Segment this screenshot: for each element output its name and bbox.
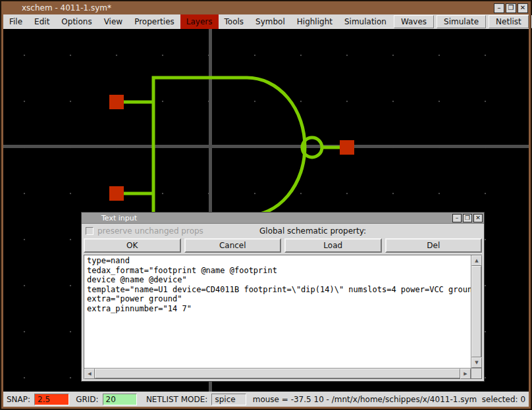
- nand-gate-arc[interactable]: [247, 78, 305, 216]
- horizontal-scrollbar[interactable]: ◀ ▶: [84, 368, 471, 378]
- menu-properties[interactable]: Properties: [128, 14, 180, 29]
- preserve-props-checkbox[interactable]: [86, 227, 93, 235]
- menu-view[interactable]: View: [98, 14, 128, 29]
- nand-gate-body[interactable]: [153, 78, 247, 216]
- property-text-line: type=nand: [87, 256, 471, 266]
- window-titlebar: xschem - 4011-1.sym* – ❐ ✕: [3, 1, 529, 14]
- dialog-load-button[interactable]: Load: [284, 238, 382, 253]
- property-text-line: tedax_format="footprint @name @footprint: [87, 266, 471, 276]
- vertical-scrollbar[interactable]: ▲ ▼: [471, 255, 481, 368]
- dialog-options-row: preserve unchanged props Global schemati…: [82, 224, 484, 238]
- global-property-label: Global schematic property:: [259, 226, 366, 236]
- property-text-line: extra="power ground": [87, 294, 471, 304]
- netlist-mode-input[interactable]: spice: [211, 394, 246, 405]
- dialog-maximize-icon[interactable]: ❐: [463, 214, 472, 222]
- menu-layers[interactable]: Layers: [180, 14, 219, 29]
- scrollbar-corner: [471, 368, 481, 378]
- statusbar: SNAP: 2.5 GRID: 20 NETLIST MODE: spice m…: [3, 392, 529, 407]
- snap-label: SNAP:: [7, 395, 30, 404]
- vertical-scroll-thumb[interactable]: [471, 266, 481, 357]
- menu-file[interactable]: File: [3, 14, 28, 29]
- menu-options[interactable]: Options: [55, 14, 97, 29]
- input-a-pin[interactable]: [109, 95, 124, 109]
- maximize-icon[interactable]: ❐: [506, 3, 516, 13]
- window-controls: – ❐ ✕: [494, 3, 529, 13]
- netlist-mode-label: NETLIST MODE:: [146, 395, 208, 404]
- dialog-cancel-button[interactable]: Cancel: [184, 238, 282, 253]
- menu-highlight[interactable]: Highlight: [291, 14, 338, 29]
- toolbar-waves-button[interactable]: Waves: [394, 15, 434, 28]
- menubar: FileEditOptionsViewPropertiesLayersTools…: [3, 14, 529, 29]
- menu-tools[interactable]: Tools: [219, 14, 250, 29]
- property-text-area[interactable]: type=nandtedax_format="footprint @name @…: [84, 255, 471, 368]
- property-text-line: template="name=U1 device=CD4011B footpri…: [87, 285, 471, 295]
- scroll-down-icon[interactable]: ▼: [471, 357, 482, 368]
- minimize-icon[interactable]: –: [494, 3, 504, 13]
- input-b-pin[interactable]: [109, 186, 124, 201]
- dialog-titlebar: Text input – ❐ ✕: [82, 213, 484, 224]
- menu-edit[interactable]: Edit: [28, 14, 55, 29]
- dialog-del-button[interactable]: Del: [385, 238, 483, 253]
- close-icon[interactable]: ✕: [518, 3, 528, 13]
- toolbar-netlist-button[interactable]: Netlist: [489, 15, 529, 28]
- preserve-props-label: preserve unchanged props: [97, 226, 203, 236]
- xschem-window: xschem - 4011-1.sym* – ❐ ✕ FileEditOptio…: [0, 0, 532, 410]
- horizontal-scroll-thumb[interactable]: [95, 369, 460, 378]
- toolbar-simulate-button[interactable]: Simulate: [437, 15, 486, 28]
- property-text-line: device @name @device": [87, 275, 471, 285]
- scroll-left-icon[interactable]: ◀: [84, 369, 95, 379]
- window-title: xschem - 4011-1.sym*: [22, 3, 111, 13]
- scroll-up-icon[interactable]: ▲: [471, 255, 482, 266]
- dialog-minimize-icon[interactable]: –: [452, 214, 462, 222]
- dialog-controls: – ❐ ✕: [452, 214, 484, 222]
- text-input-dialog: Text input – ❐ ✕ preserve unchanged prop…: [81, 212, 485, 382]
- property-text-line: extra_pinnumber="14 7": [87, 304, 471, 314]
- dialog-ok-button[interactable]: OK: [84, 238, 181, 253]
- dialog-title: Text input: [101, 214, 137, 222]
- menu-symbol[interactable]: Symbol: [250, 14, 291, 29]
- output-pin[interactable]: [340, 140, 354, 155]
- dialog-close-icon[interactable]: ✕: [473, 214, 483, 222]
- property-editor: type=nandtedax_format="footprint @name @…: [84, 255, 482, 379]
- snap-input[interactable]: 2.5: [34, 394, 69, 405]
- menu-simulation[interactable]: Simulation: [338, 14, 392, 29]
- grid-label: GRID:: [76, 395, 98, 404]
- mouse-status-text: mouse = -37.5 10 - /mnt/x/home/schippes/…: [253, 395, 525, 404]
- scroll-right-icon[interactable]: ▶: [460, 369, 471, 379]
- grid-input[interactable]: 20: [103, 394, 137, 405]
